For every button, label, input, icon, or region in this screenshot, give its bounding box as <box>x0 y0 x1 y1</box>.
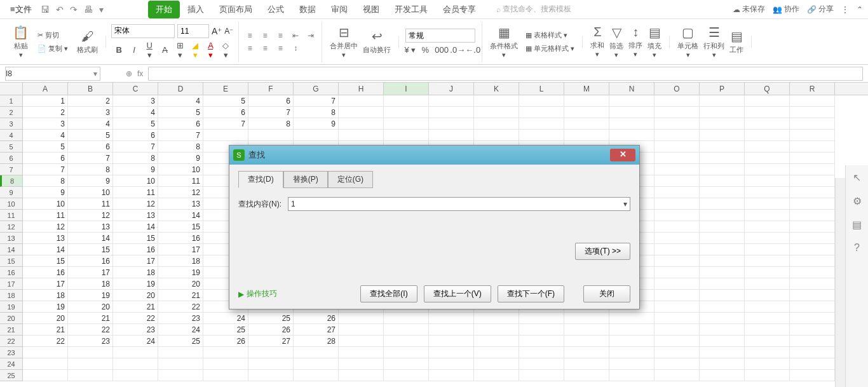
row-header[interactable]: 3 <box>0 118 23 130</box>
cell[interactable]: 15 <box>68 244 113 255</box>
col-header-P[interactable]: P <box>700 83 745 95</box>
cell[interactable] <box>429 324 474 336</box>
cell[interactable] <box>564 336 609 347</box>
cell[interactable]: 2 <box>68 95 113 107</box>
cell[interactable] <box>474 324 519 336</box>
cell[interactable] <box>700 175 745 187</box>
cell[interactable] <box>474 130 519 141</box>
cell[interactable] <box>384 370 429 381</box>
tab-公式[interactable]: 公式 <box>260 1 292 18</box>
cell[interactable] <box>384 130 429 141</box>
cell[interactable]: 5 <box>23 141 68 153</box>
cell[interactable]: 14 <box>68 233 113 244</box>
row-header[interactable]: 2 <box>0 107 23 118</box>
cell[interactable]: 16 <box>68 255 113 267</box>
cell[interactable]: 26 <box>203 336 248 347</box>
cell[interactable]: 25 <box>203 324 248 336</box>
cell[interactable] <box>790 336 835 347</box>
cell[interactable] <box>654 244 700 255</box>
cell[interactable] <box>790 210 835 221</box>
cell[interactable] <box>654 336 700 347</box>
cell[interactable] <box>564 358 609 370</box>
cell[interactable]: 18 <box>23 290 68 301</box>
cell[interactable] <box>790 153 835 164</box>
name-box[interactable]: I8 ▾ <box>5 67 100 81</box>
cell[interactable]: 19 <box>68 290 113 301</box>
cell[interactable] <box>654 130 700 141</box>
row-header[interactable]: 6 <box>0 153 23 164</box>
cell[interactable]: 24 <box>113 336 158 347</box>
cell[interactable] <box>339 107 384 118</box>
cell[interactable]: 12 <box>68 210 113 221</box>
row-header[interactable]: 9 <box>0 187 23 198</box>
print-icon[interactable]: 🖶 <box>84 4 93 15</box>
cell[interactable] <box>700 141 745 153</box>
tab-replace[interactable]: 替换(P) <box>283 171 328 188</box>
cell[interactable] <box>700 233 745 244</box>
cell[interactable]: 6 <box>113 130 158 141</box>
cell[interactable] <box>384 313 429 324</box>
cell[interactable]: 12 <box>158 187 203 198</box>
cell[interactable] <box>790 130 835 141</box>
cell-style-button[interactable]: ▦ 单元格样式 ▾ <box>523 43 577 55</box>
align-right-icon[interactable]: ≡ <box>275 43 286 53</box>
cell[interactable] <box>23 358 68 370</box>
share-button[interactable]: 🔗 分享 <box>807 4 834 15</box>
cell[interactable]: 21 <box>113 301 158 313</box>
cell[interactable] <box>654 107 700 118</box>
cell[interactable] <box>654 187 700 198</box>
cell[interactable] <box>790 358 835 370</box>
zoom-icon[interactable]: ⊕ <box>126 69 132 78</box>
cell[interactable]: 8 <box>248 118 294 130</box>
paste-button[interactable]: 📋粘贴 ▾ <box>10 24 31 60</box>
cell[interactable] <box>745 153 790 164</box>
cell[interactable] <box>700 278 745 290</box>
cell[interactable]: 22 <box>68 324 113 336</box>
row-header[interactable]: 15 <box>0 255 23 267</box>
preview-icon[interactable]: ▾ <box>99 4 104 15</box>
cell[interactable] <box>700 301 745 313</box>
cell[interactable]: 19 <box>113 278 158 290</box>
cell[interactable] <box>609 347 654 358</box>
cell[interactable] <box>790 175 835 187</box>
cell[interactable] <box>339 130 384 141</box>
col-header-E[interactable]: E <box>203 83 248 95</box>
cell[interactable] <box>519 324 564 336</box>
cell[interactable] <box>609 118 654 130</box>
cell[interactable] <box>158 347 203 358</box>
cell[interactable]: 4 <box>23 130 68 141</box>
cell[interactable]: 16 <box>23 267 68 278</box>
row-header[interactable]: 8 <box>0 175 23 187</box>
cell[interactable] <box>339 313 384 324</box>
settings-icon[interactable]: ⚙ <box>853 195 862 207</box>
font-color-button[interactable]: A ▾ <box>205 41 216 60</box>
cell[interactable] <box>564 130 609 141</box>
cell[interactable] <box>745 187 790 198</box>
cell[interactable] <box>790 347 835 358</box>
cell[interactable] <box>745 175 790 187</box>
cell[interactable] <box>248 347 294 358</box>
cell[interactable] <box>384 95 429 107</box>
cell[interactable]: 24 <box>203 313 248 324</box>
cell[interactable]: 26 <box>294 313 339 324</box>
cell[interactable] <box>654 233 700 244</box>
cell[interactable] <box>339 347 384 358</box>
copy-button[interactable]: 📄 复制 ▾ <box>35 43 71 55</box>
col-header-G[interactable]: G <box>294 83 339 95</box>
cell[interactable]: 9 <box>113 164 158 175</box>
cell[interactable]: 3 <box>68 107 113 118</box>
col-header-J[interactable]: J <box>429 83 474 95</box>
cell[interactable]: 11 <box>113 187 158 198</box>
close-button[interactable]: ✕ <box>610 149 635 161</box>
currency-icon[interactable]: ¥ ▾ <box>404 45 416 55</box>
cell[interactable] <box>158 358 203 370</box>
wrap-text-button[interactable]: ↩自动换行 <box>360 27 393 56</box>
cell[interactable]: 27 <box>294 324 339 336</box>
cell[interactable] <box>429 95 474 107</box>
cell[interactable] <box>609 370 654 381</box>
strikethrough-button[interactable]: A̶ <box>159 45 170 55</box>
cell[interactable] <box>384 324 429 336</box>
cell[interactable] <box>654 221 700 233</box>
cond-format-button[interactable]: ▦条件格式 ▾ <box>487 24 520 60</box>
cell[interactable] <box>113 370 158 381</box>
